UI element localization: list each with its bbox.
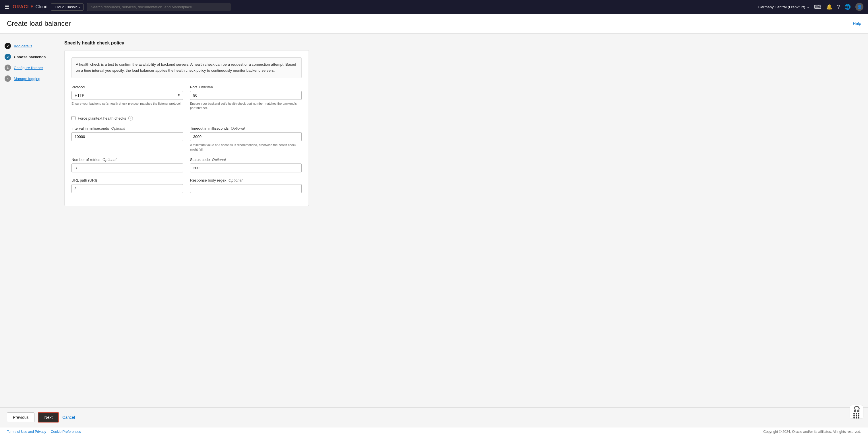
url-path-group: URL path (URI) <box>71 178 183 193</box>
bell-icon[interactable]: 🔔 <box>826 4 832 10</box>
url-path-input[interactable] <box>71 184 183 193</box>
retries-input[interactable] <box>71 164 183 172</box>
url-regex-row: URL path (URI) Response body regex Optio… <box>71 178 302 193</box>
step-2-circle: 2 <box>5 54 11 60</box>
retries-status-row: Number of retries Optional Status code O… <box>71 158 302 172</box>
status-code-input[interactable] <box>190 164 302 172</box>
interval-label: Interval in milliseconds Optional <box>71 126 183 131</box>
search-input[interactable] <box>87 3 230 11</box>
terms-link[interactable]: Terms of Use and Privacy <box>7 430 46 434</box>
retries-optional-label: Optional <box>102 158 116 162</box>
status-code-group: Status code Optional <box>190 158 302 172</box>
cloud-label: Cloud <box>36 4 48 9</box>
status-code-label: Status code Optional <box>190 158 302 162</box>
oracle-logo: ORACLE Cloud <box>12 4 48 9</box>
force-plaintext-info-icon[interactable]: i <box>128 116 133 121</box>
interval-timeout-row: Interval in milliseconds Optional Timeou… <box>71 126 302 152</box>
page-header: Create load balancer Help <box>0 14 868 34</box>
wizard-sidebar: ✓ Add details 2 Choose backends 3 Config… <box>0 34 57 407</box>
timeout-hint: A minimum value of 3 seconds is recommen… <box>190 143 302 152</box>
help-icon[interactable]: ? <box>837 4 840 10</box>
sidebar-item-label-choose-backends: Choose backends <box>14 55 45 59</box>
protocol-select[interactable]: HTTP HTTPS TCP <box>71 91 183 100</box>
interval-group: Interval in milliseconds Optional <box>71 126 183 152</box>
copyright-text: Copyright © 2024, Oracle and/or its affi… <box>763 430 861 434</box>
timeout-input[interactable] <box>190 132 302 141</box>
page-title: Create load balancer <box>7 20 71 28</box>
sidebar-item-label-configure-listener: Configure listener <box>14 66 43 70</box>
step-1-circle: ✓ <box>5 43 11 49</box>
sidebar-item-choose-backends[interactable]: 2 Choose backends <box>0 52 57 62</box>
sidebar-item-configure-listener[interactable]: 3 Configure listener <box>0 62 57 73</box>
retries-label: Number of retries Optional <box>71 158 183 162</box>
response-regex-input[interactable] <box>190 184 302 193</box>
protocol-hint: Ensure your backend set's health check p… <box>71 102 183 106</box>
help-link[interactable]: Help <box>853 21 861 26</box>
help-widget-icon: 🎧 <box>853 406 860 412</box>
interval-optional-label: Optional <box>111 126 125 131</box>
bottom-bar: Terms of Use and Privacy Cookie Preferen… <box>0 427 868 436</box>
force-plaintext-checkbox[interactable] <box>71 116 75 120</box>
main-content: Specify health check policy A health che… <box>57 34 316 407</box>
bottom-bar-links: Terms of Use and Privacy Cookie Preferen… <box>7 430 81 434</box>
sidebar-item-label-manage-logging: Manage logging <box>14 76 40 81</box>
section-title: Specify health check policy <box>64 40 309 45</box>
retries-group: Number of retries Optional <box>71 158 183 172</box>
response-regex-optional-label: Optional <box>228 178 242 182</box>
health-check-form: A health check is a test to confirm the … <box>64 50 309 206</box>
port-hint: Ensure your backend set's health check p… <box>190 102 302 110</box>
url-path-label: URL path (URI) <box>71 178 183 182</box>
timeout-optional-label: Optional <box>231 126 245 131</box>
globe-icon[interactable]: 🌐 <box>844 4 851 10</box>
interval-input[interactable] <box>71 132 183 141</box>
avatar[interactable]: 👤 <box>856 3 863 11</box>
force-plaintext-row: Force plaintext health checks i <box>71 116 302 121</box>
port-group: Port Optional Ensure your backend set's … <box>190 85 302 110</box>
protocol-port-row: Protocol HTTP HTTPS TCP ⬍ Ensure your ba… <box>71 85 302 110</box>
terminal-icon[interactable]: ⌨ <box>814 4 822 10</box>
next-button[interactable]: Next <box>38 412 59 423</box>
footer-bar: Previous Next Cancel <box>0 407 868 427</box>
protocol-label: Protocol <box>71 85 183 89</box>
port-label: Port Optional <box>190 85 302 89</box>
previous-button[interactable]: Previous <box>7 412 34 422</box>
protocol-group: Protocol HTTP HTTPS TCP ⬍ Ensure your ba… <box>71 85 183 110</box>
port-input[interactable] <box>190 91 302 100</box>
step-4-circle: 4 <box>5 75 11 82</box>
protocol-select-wrapper: HTTP HTTPS TCP ⬍ <box>71 91 183 100</box>
cookie-link[interactable]: Cookie Preferences <box>51 430 81 434</box>
sidebar-item-label-add-details: Add details <box>14 44 32 48</box>
help-widget-dots <box>854 413 860 418</box>
top-navigation: ☰ ORACLE Cloud Cloud Classic › Germany C… <box>0 0 868 14</box>
cloud-classic-button[interactable]: Cloud Classic › <box>51 3 84 11</box>
port-optional-label: Optional <box>199 85 213 89</box>
timeout-label: Timeout in milliseconds Optional <box>190 126 302 131</box>
response-regex-group: Response body regex Optional <box>190 178 302 193</box>
help-widget[interactable]: 🎧 <box>849 405 863 419</box>
force-plaintext-label: Force plaintext health checks <box>78 116 126 121</box>
topnav-right-section: Germany Central (Frankfurt) ⌄ ⌨ 🔔 ? 🌐 👤 <box>758 3 863 11</box>
hamburger-menu-icon[interactable]: ☰ <box>5 4 9 10</box>
main-layout: ✓ Add details 2 Choose backends 3 Config… <box>0 34 868 407</box>
response-regex-label: Response body regex Optional <box>190 178 302 182</box>
timeout-group: Timeout in milliseconds Optional A minim… <box>190 126 302 152</box>
status-code-optional-label: Optional <box>212 158 226 162</box>
step-3-circle: 3 <box>5 65 11 71</box>
cancel-button[interactable]: Cancel <box>62 415 75 420</box>
sidebar-item-manage-logging[interactable]: 4 Manage logging <box>0 73 57 84</box>
health-check-description: A health check is a test to confirm the … <box>71 57 302 78</box>
sidebar-item-add-details[interactable]: ✓ Add details <box>0 40 57 52</box>
region-selector[interactable]: Germany Central (Frankfurt) ⌄ <box>758 5 809 9</box>
oracle-label: ORACLE <box>12 4 34 9</box>
